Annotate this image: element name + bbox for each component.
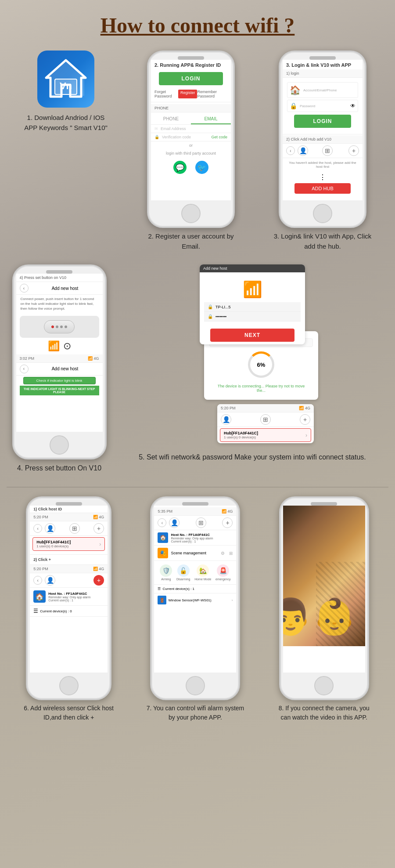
led-2 — [60, 326, 63, 328]
register-link[interactable]: Register — [178, 90, 198, 98]
remember-password[interactable]: Remember Password — [197, 90, 227, 98]
wifi-password-row: 🔒 •••••••• — [204, 312, 301, 322]
step-2-phone-wrapper: 2. Running APP& Register ID LOGIN Forget… — [140, 51, 241, 251]
app-icon: Vn — [37, 51, 94, 108]
back-button[interactable]: ‹ — [286, 146, 295, 155]
tab-phone[interactable]: PHONE — [151, 114, 191, 124]
add-sensor-person2: 👤 — [45, 575, 55, 586]
hub-list-id: Hub[FF1A0F441C] — [36, 540, 97, 544]
add-hub-btn[interactable]: ADD HUB — [294, 183, 350, 194]
email-input-row: ✉ Email Address — [151, 125, 231, 133]
emergency-icon: 🚨 — [217, 564, 229, 577]
control-host-info: Host No. : FF1A0F441C Reminder way: Only… — [171, 533, 213, 543]
indicator-banner: THE INDICATOR LIGHT IS BLINKING-NEXT STE… — [20, 386, 99, 395]
wifi-next-btn[interactable]: NEXT — [210, 329, 294, 342]
get-code-btn[interactable]: Get code — [211, 135, 227, 139]
forgot-password[interactable]: Forget Password — [154, 90, 178, 98]
control-plus[interactable]: + — [222, 517, 233, 528]
current-devices-count: ☰ Current device(s) : 1 — [154, 585, 236, 593]
tab-email[interactable]: EMAIL — [191, 114, 231, 124]
hub-info: Hub[FF1A0F441C] 1 user(s) 0 device(s) — [224, 431, 303, 439]
step-3-phone: 3. Login & link V10 with APP 1) login 🏠 … — [279, 51, 366, 228]
login-third-party: login with third party account — [151, 149, 231, 157]
step-4-caption: 4. Press set button On V10 — [17, 463, 101, 474]
add-sensor-back2[interactable]: ‹ — [33, 576, 42, 585]
hub-list-highlighted[interactable]: Hub[FF1A0F441C] 1 user(s) 0 device(s) › — [32, 537, 105, 551]
hub-list-chevron: › — [99, 541, 101, 547]
add-sensor-status2: 5:20 PM 📶 4G — [30, 565, 108, 573]
v10-device — [44, 320, 75, 333]
emergency-mode[interactable]: 🚨 emergency — [215, 564, 231, 581]
step-6-phone: 1) Click host ID 5:20 PM 📶 4G ‹ 👤 ⊞ + Hu… — [26, 496, 111, 700]
home-mode-icon: 🏡 — [197, 564, 209, 577]
current-devices-row: ☰ Current device(s) : 0 — [30, 606, 108, 617]
hub-plus-btn[interactable]: + — [300, 414, 310, 425]
step-3-phone-wrapper: 3. Login & link V10 with APP 1) login 🏠 … — [272, 51, 373, 251]
add-sensor-person: 👤 — [45, 523, 55, 534]
disarming-mode[interactable]: 🔓 Disarming — [176, 564, 190, 581]
plus-btn[interactable]: ⊞ — [322, 145, 333, 156]
add-sensor-plus[interactable]: + — [93, 523, 104, 534]
disarming-icon: 🔓 — [177, 564, 190, 577]
person-icon: 👤 — [298, 145, 308, 156]
step-6-caption: 6. Add wireless sensor Click host ID,and… — [21, 704, 117, 722]
step-7-phone: 5:35 PM 📶 4G ‹ 👤 ⊞ + 🏠 Host No. : FF1A0F… — [150, 496, 240, 700]
step-1-caption: 1. Download Andriod / IOS APP Keywords "… — [22, 113, 110, 133]
sensor-arrow-icon: › — [232, 598, 233, 602]
arming-icon: 🛡️ — [160, 564, 172, 577]
host-home-icon: 🏠 — [33, 590, 46, 603]
add-sensor-back[interactable]: ‹ — [33, 524, 42, 533]
hub-status-bar: 5:20 PM 📶 4G — [217, 404, 314, 412]
hub-person-icon: 👤 — [221, 414, 231, 425]
wifi-icon-large: 📶 — [243, 280, 262, 299]
wifi-ssid-name: TP-LI...5 — [215, 305, 231, 309]
v10-back[interactable]: ‹ — [20, 284, 29, 293]
control-back[interactable]: ‹ — [158, 518, 166, 527]
arming-mode[interactable]: 🛡️ Arming — [160, 564, 172, 581]
v10-nav: ‹ Add new host — [16, 282, 103, 295]
register-screen-title: PHONE — [151, 104, 231, 112]
hub-grid-btn[interactable]: ⊞ — [260, 414, 271, 425]
control-grid[interactable]: ⊞ — [196, 517, 206, 528]
hub-detail-text: 1 user(s) 0 device(s) — [224, 435, 303, 439]
v10-nav-title: Add new host — [31, 286, 99, 291]
row-divider — [7, 487, 388, 488]
wifi-ssid-row: 🔒 TP-LI...5 — [204, 302, 301, 312]
login-screen-title: 2. Running APP& Register ID — [151, 60, 231, 69]
arming-label: Arming — [161, 578, 171, 581]
add-sensor-plus-red[interactable]: + — [93, 575, 104, 586]
link-step2: 2) Click Add Hub add V10 — [283, 135, 363, 144]
wechat-icon[interactable]: 💬 — [173, 161, 187, 174]
check-indicator-btn[interactable]: Check if indicator light is blink — [23, 377, 96, 384]
scene-icon: 🎭 — [158, 548, 168, 558]
home-mode[interactable]: 🏡 Home Mode — [194, 564, 211, 581]
step-5-caption: 5. Set wifi network& password Make your … — [139, 452, 366, 463]
svg-text:Vn: Vn — [60, 80, 72, 91]
connect-msg: The device is connecting... Please try n… — [209, 382, 313, 394]
step-2-caption: 2. Register a user account by Email. — [140, 231, 241, 251]
led-1 — [56, 326, 58, 328]
hub-nav: 👤 ⊞ + — [217, 412, 314, 427]
led-red — [51, 326, 54, 328]
v10-step-text: Connect power, push insert button for 1 … — [16, 295, 103, 313]
link-nav: ‹ 👤 ⊞ + — [283, 144, 363, 158]
login-button[interactable]: LOGIN — [159, 72, 223, 85]
control-host-row: 🏠 Host No. : FF1A0F441C Reminder way: On… — [154, 530, 236, 546]
step-3-caption: 3. Login& link V10 with App, Click add t… — [272, 231, 373, 251]
v10-status-bar: 3:02 PM 📶 4G — [16, 354, 103, 363]
scene-management-row[interactable]: 🎭 Scene management ⚙ ⊞ — [154, 546, 236, 561]
step-7-caption: 7. You can control wifi alarm system by … — [145, 704, 246, 722]
add-btn[interactable]: + — [348, 145, 359, 156]
social-icons-row: 💬 🐦 — [151, 157, 231, 177]
sensor-row[interactable]: 🚪 Window Sensor(WF-WS01) › — [154, 593, 236, 607]
link-login-btn[interactable]: LOGIN — [294, 115, 351, 128]
add-sensor-grid[interactable]: ⊞ — [69, 523, 80, 534]
no-host-msg: You haven't added the host, please add t… — [283, 158, 363, 171]
v10-hub-back[interactable]: ‹ — [20, 365, 29, 373]
control-status-bar: 5:35 PM 📶 4G — [154, 507, 236, 516]
hub-chevron-icon: › — [305, 432, 307, 438]
twitter-icon[interactable]: 🐦 — [195, 161, 208, 174]
control-nav: ‹ 👤 ⊞ + — [154, 516, 236, 530]
page-title: How to connect wifi ? — [7, 9, 388, 37]
led-3 — [65, 326, 67, 328]
